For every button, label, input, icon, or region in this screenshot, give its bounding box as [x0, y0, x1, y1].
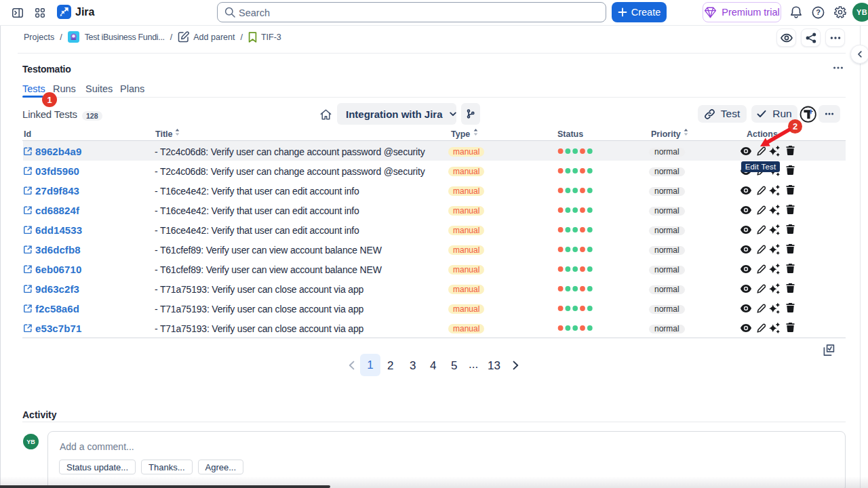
- svg-text:?: ?: [816, 8, 821, 16]
